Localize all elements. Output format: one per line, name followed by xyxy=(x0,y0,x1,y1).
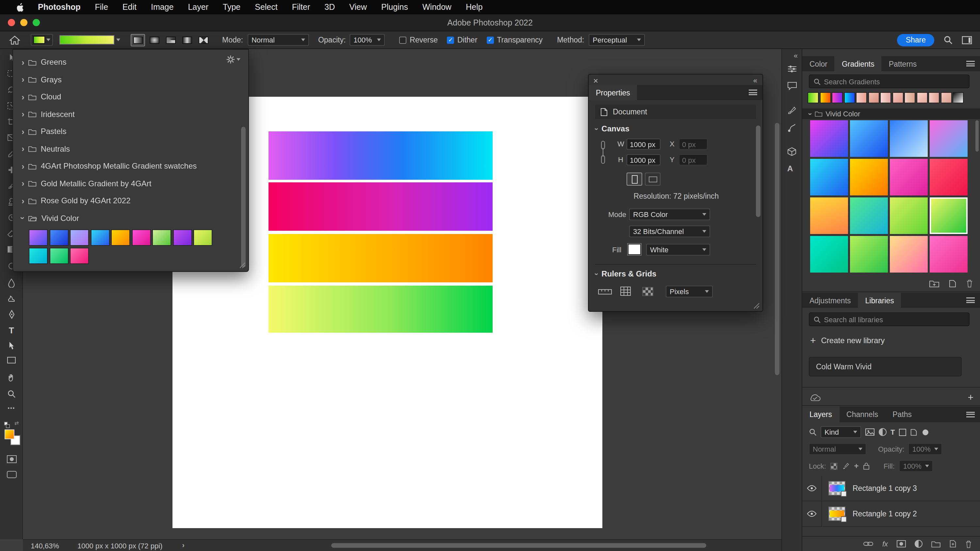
fill-select[interactable]: White xyxy=(646,244,710,256)
new-group-icon[interactable] xyxy=(931,540,941,548)
gradient-folder[interactable]: ›Neutrals xyxy=(13,140,248,158)
reverse-checkbox[interactable]: Reverse xyxy=(399,36,438,44)
gradient-preset[interactable] xyxy=(892,92,903,103)
filter-type-layers-icon[interactable]: T xyxy=(891,428,895,436)
layer-row[interactable]: Rectangle 1 copy 3 xyxy=(802,476,980,501)
gradient-bar-1[interactable] xyxy=(269,131,493,180)
gradient-swatch[interactable] xyxy=(930,120,967,157)
rectangle-tool[interactable] xyxy=(0,357,23,363)
share-button[interactable]: Share xyxy=(897,33,934,46)
create-new-library[interactable]: + Create new library xyxy=(810,334,885,346)
tool-preset-picker[interactable] xyxy=(31,34,53,46)
gradient-group-header[interactable]: › Vivid Color xyxy=(802,108,980,119)
new-layer-icon[interactable] xyxy=(949,540,956,548)
gradient-swatch[interactable] xyxy=(810,197,848,234)
gradient-swatch[interactable] xyxy=(890,197,928,234)
smudge-tool[interactable] xyxy=(0,294,23,303)
filter-shape-layers-icon[interactable] xyxy=(899,428,906,436)
width-input[interactable]: 1000 px xyxy=(627,139,660,150)
panel-menu-icon[interactable] xyxy=(966,61,975,67)
gradient-preset[interactable] xyxy=(819,92,831,103)
layer-name[interactable]: Rectangle 1 copy 3 xyxy=(853,484,917,492)
expand-panels-icon[interactable]: « xyxy=(794,52,798,59)
layer-visibility-icon[interactable] xyxy=(802,501,822,526)
menu-item-plugins[interactable]: Plugins xyxy=(374,3,415,12)
delete-layer-icon[interactable] xyxy=(965,540,972,548)
layer-mask-icon[interactable] xyxy=(896,540,906,548)
menu-item-photoshop[interactable]: Photoshop xyxy=(31,3,88,12)
transparency-grid-icon[interactable] xyxy=(642,287,653,296)
gradient-swatch[interactable] xyxy=(70,247,89,264)
character-panel-icon[interactable]: A xyxy=(787,164,793,173)
brush-icon[interactable] xyxy=(787,107,796,116)
pen-tool[interactable] xyxy=(0,310,23,319)
gradient-swatch[interactable] xyxy=(29,247,48,264)
tab-color[interactable]: Color xyxy=(802,56,835,71)
height-input[interactable]: 1000 px xyxy=(627,154,660,166)
layer-name[interactable]: Rectangle 1 copy 2 xyxy=(853,510,917,518)
dither-checkbox[interactable]: Dither xyxy=(447,36,477,44)
gradient-swatch[interactable] xyxy=(810,120,848,157)
gradient-swatch[interactable] xyxy=(810,159,848,196)
resize-grip-icon[interactable] xyxy=(753,303,760,309)
gradient-swatch[interactable] xyxy=(91,229,110,246)
landscape-orientation-button[interactable] xyxy=(645,172,660,186)
panel-menu-icon[interactable] xyxy=(966,411,975,417)
blur-tool[interactable] xyxy=(0,279,23,288)
libraries-search[interactable] xyxy=(809,312,970,326)
workspace-icon[interactable] xyxy=(962,36,972,44)
portrait-orientation-button[interactable] xyxy=(627,172,642,186)
angle-gradient-button[interactable] xyxy=(163,33,178,46)
zoom-level[interactable]: 140,63% xyxy=(31,541,59,549)
transparency-checkbox[interactable]: Transparency xyxy=(487,36,542,44)
vertical-scrollbar[interactable] xyxy=(775,123,780,375)
filter-adjustment-layers-icon[interactable] xyxy=(879,428,886,436)
checkbox-checked[interactable] xyxy=(447,36,454,43)
gradient-swatch[interactable] xyxy=(930,159,967,196)
gradient-swatch[interactable] xyxy=(850,197,888,234)
brush-settings-icon[interactable] xyxy=(787,65,797,73)
gradient-folder[interactable]: ›Rose Gold by 4GArt 2022 xyxy=(13,192,248,210)
menu-item-window[interactable]: Window xyxy=(415,3,459,12)
filter-toggle-icon[interactable] xyxy=(922,429,928,435)
mode-select[interactable]: Normal xyxy=(248,34,309,46)
gradient-preset[interactable] xyxy=(880,92,891,103)
bit-depth-select[interactable]: 32 Bits/Channel xyxy=(629,226,710,237)
opacity-select[interactable]: 100% xyxy=(350,34,385,46)
gradient-preset[interactable] xyxy=(832,92,843,103)
layer-fill-select[interactable]: 100% xyxy=(899,460,933,472)
menu-item-view[interactable]: View xyxy=(342,3,374,12)
screen-mode-icon[interactable] xyxy=(0,471,23,478)
gradient-preset[interactable] xyxy=(868,92,879,103)
canvas-section-header[interactable]: › Canvas xyxy=(595,124,630,133)
layer-opacity-select[interactable]: 100% xyxy=(908,443,942,455)
tab-layers[interactable]: Layers xyxy=(802,406,839,422)
gradients-scrollbar[interactable] xyxy=(975,120,979,152)
swap-colors-icon[interactable]: ⇄ xyxy=(14,420,19,426)
chevron-down-icon[interactable] xyxy=(116,38,120,41)
reflected-gradient-button[interactable] xyxy=(180,33,194,46)
tab-channels[interactable]: Channels xyxy=(839,406,885,422)
layer-thumbnail[interactable] xyxy=(829,506,845,521)
grid-units-select[interactable]: Pixels xyxy=(666,286,713,298)
gradient-swatch[interactable] xyxy=(29,229,48,246)
gradient-swatch[interactable] xyxy=(49,229,68,246)
search-icon[interactable] xyxy=(943,35,953,45)
menu-item-edit[interactable]: Edit xyxy=(115,3,144,12)
grid-toggle-icon[interactable] xyxy=(620,286,631,296)
menu-item-help[interactable]: Help xyxy=(459,3,490,12)
filter-pixel-layers-icon[interactable] xyxy=(865,428,875,436)
gradient-swatch[interactable] xyxy=(890,120,928,157)
gradient-folder[interactable]: ›Pastels xyxy=(13,123,248,140)
gradient-picker-trigger[interactable] xyxy=(59,35,120,45)
rulers-section-header[interactable]: › Rulers & Grids xyxy=(595,269,656,279)
menu-item-select[interactable]: Select xyxy=(248,3,285,12)
libraries-search-input[interactable] xyxy=(824,315,965,323)
layer-visibility-icon[interactable] xyxy=(802,476,822,501)
link-dimensions-icon[interactable] xyxy=(600,139,606,166)
lock-image-icon[interactable] xyxy=(843,462,850,470)
collapse-group-icon[interactable]: › xyxy=(807,112,814,115)
delete-icon[interactable] xyxy=(966,279,974,288)
gradients-search[interactable] xyxy=(809,75,970,88)
gradient-swatch[interactable] xyxy=(850,159,888,196)
